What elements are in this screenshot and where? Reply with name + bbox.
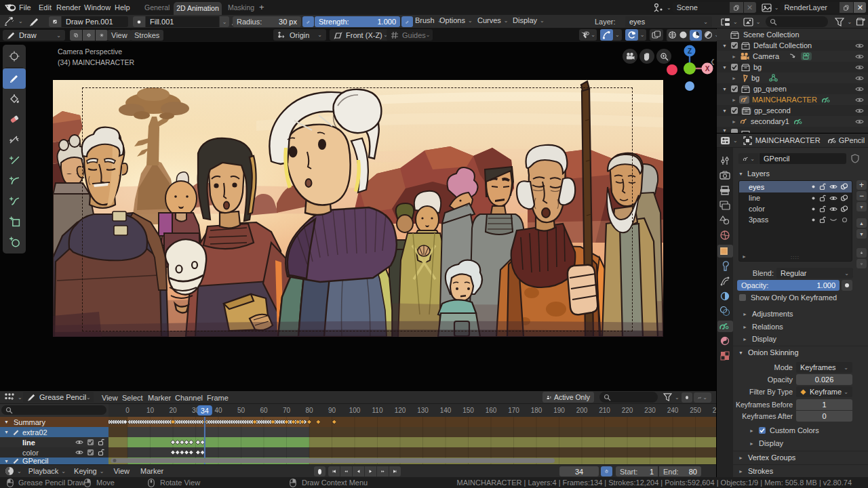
svg-text:130: 130	[417, 407, 429, 414]
svg-text:Z: Z	[688, 47, 692, 55]
svg-text:240: 240	[667, 407, 679, 414]
svg-text:250: 250	[690, 407, 701, 414]
svg-text:X: X	[705, 65, 710, 73]
svg-text:10: 10	[146, 407, 155, 414]
svg-text:20: 20	[169, 407, 177, 414]
svg-text:170: 170	[508, 407, 519, 414]
svg-text:60: 60	[260, 407, 268, 414]
svg-text:230: 230	[644, 407, 656, 414]
svg-text:90: 90	[328, 407, 336, 414]
svg-text:220: 220	[622, 407, 633, 414]
svg-text:80: 80	[305, 407, 313, 414]
svg-text:260: 260	[713, 407, 716, 414]
svg-text:50: 50	[237, 407, 245, 414]
svg-text:120: 120	[395, 407, 406, 414]
svg-text:0: 0	[125, 407, 130, 414]
svg-text:180: 180	[531, 407, 542, 414]
svg-text:34: 34	[201, 407, 209, 415]
svg-text:200: 200	[576, 407, 588, 414]
svg-text:150: 150	[462, 407, 474, 414]
svg-text:70: 70	[283, 407, 291, 414]
svg-text:140: 140	[440, 407, 452, 414]
svg-text:110: 110	[372, 407, 383, 414]
svg-text:190: 190	[553, 407, 565, 414]
svg-text:210: 210	[599, 407, 610, 414]
svg-text:100: 100	[349, 407, 361, 414]
svg-text:160: 160	[486, 407, 497, 414]
svg-text:40: 40	[214, 407, 222, 414]
